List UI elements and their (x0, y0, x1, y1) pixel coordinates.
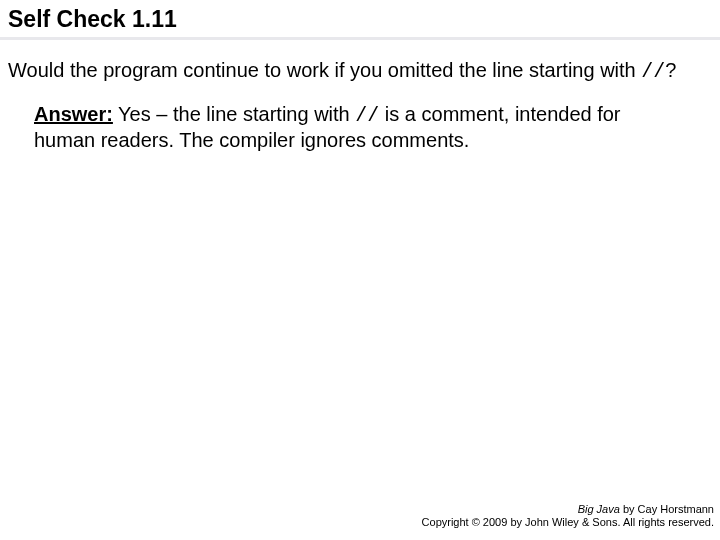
page-title: Self Check 1.11 (0, 0, 720, 40)
footer: Big Java by Cay Horstmann Copyright © 20… (422, 503, 714, 531)
answer-label: Answer: (34, 103, 113, 125)
footer-byline: by Cay Horstmann (620, 503, 714, 515)
question-part1: Would the program continue to work if yo… (8, 59, 641, 81)
footer-copyright: Copyright © 2009 by John Wiley & Sons. A… (422, 516, 714, 530)
answer-part1: Yes – the line starting with (113, 103, 355, 125)
answer-code: // (355, 104, 379, 127)
answer-block: Answer: Yes – the line starting with // … (0, 84, 720, 153)
question-part2: ? (665, 59, 676, 81)
question-text: Would the program continue to work if yo… (0, 40, 720, 84)
question-code: // (641, 60, 665, 83)
footer-book: Big Java (578, 503, 620, 515)
footer-line1: Big Java by Cay Horstmann (422, 503, 714, 517)
